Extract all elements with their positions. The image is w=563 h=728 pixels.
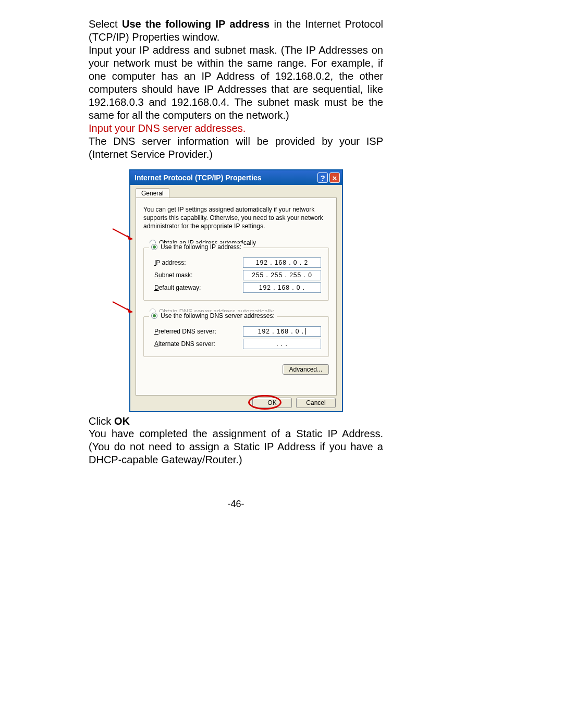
intro-para-3: The DNS server information will be provi… [89,135,383,161]
subnet-mask-input[interactable]: 255 . 255 . 255 . 0 [243,270,321,280]
subnet-mask-label: Subnet mask: [154,272,243,279]
default-gateway-input[interactable]: 192 . 168 . 0 . [243,282,321,293]
ip-address-input[interactable]: 192 . 168 . 0 . 2 [243,257,321,268]
cancel-button[interactable]: Cancel [296,398,336,408]
help-icon[interactable]: ? [317,172,328,183]
radio-label: Use the following IP address: [161,243,241,251]
preferred-dns-input[interactable]: 192 . 168 . 0 . [243,326,321,337]
ip-fieldset: Use the following IP address: IP address… [143,248,329,301]
default-gateway-label: Default gateway: [154,284,243,291]
ok-button[interactable]: OK [252,398,292,408]
page-number: -46- [89,499,383,510]
ip-address-label: IP address: [154,259,243,266]
radio-use-dns[interactable]: Use the following DNS server addresses: [149,312,277,319]
radio-use-ip[interactable]: Use the following IP address: [149,243,243,251]
radio-label: Use the following DNS server addresses: [161,312,275,319]
advanced-button[interactable]: Advanced... [283,364,329,375]
alternate-dns-label: Alternate DNS server: [154,340,243,348]
tcpip-properties-dialog: Internet Protocol (TCP/IP) Properties ? … [129,169,343,412]
svg-line-2 [113,302,132,312]
click-ok-line: Click OK [89,415,383,427]
svg-line-0 [113,229,132,239]
dialog-description: You can get IP settings assigned automat… [143,205,329,231]
preferred-dns-label: Preferred DNS server: [154,328,243,335]
tab-panel-general: You can get IP settings assigned automat… [136,198,337,396]
tab-strip: General [136,188,337,198]
outro-para: You have completed the assignment of a S… [89,427,383,466]
close-icon[interactable]: × [329,172,340,183]
radio-icon [151,244,157,250]
intro-para-2: Input your IP address and subnet mask. (… [89,44,383,122]
intro-para-1: Select Use the following IP address in t… [89,18,383,44]
radio-icon [151,313,157,319]
tab-general[interactable]: General [136,188,169,198]
intro-red-line: Input your DNS server addresses. [89,122,383,135]
alternate-dns-input[interactable]: . . . [243,339,321,349]
dns-fieldset: Use the following DNS server addresses: … [143,316,329,357]
dialog-titlebar: Internet Protocol (TCP/IP) Properties ? … [130,170,342,185]
dialog-title: Internet Protocol (TCP/IP) Properties [134,174,317,182]
